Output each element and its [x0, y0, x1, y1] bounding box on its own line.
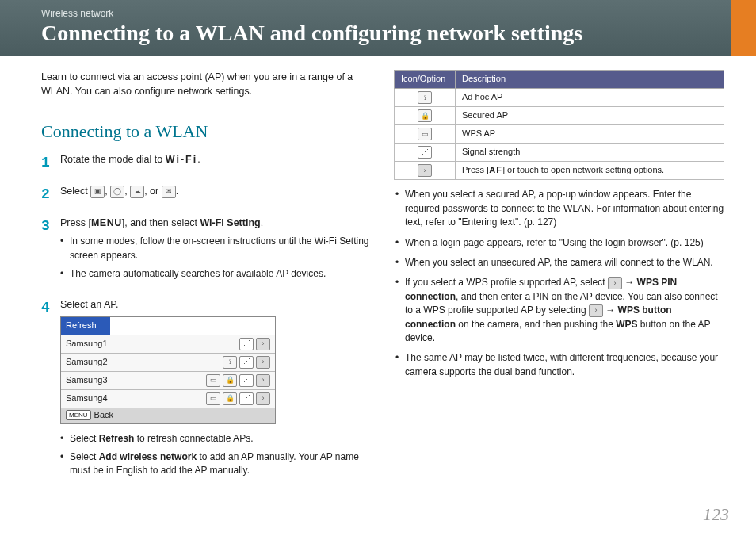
signal-icon: ⋰: [239, 356, 254, 369]
sub-bullet: Select Refresh to refresh connectable AP…: [70, 432, 372, 446]
note: When you select a secured AP, a pop-up w…: [405, 188, 724, 229]
chevron-right-icon: ›: [256, 338, 270, 350]
step-4: 4 Select an AP. Refresh Samsung1 ⋰› Sams…: [41, 297, 372, 483]
wps-icon: ▭: [206, 374, 220, 387]
ap-row: Samsung2 ⟟⋰›: [61, 353, 275, 371]
ap-row: Samsung4 ▭🔒⋰›: [61, 389, 275, 408]
sub-bullet: Select Add wireless network to add an AP…: [70, 450, 372, 478]
notes-list: When you select a secured AP, a pop-up w…: [394, 188, 724, 379]
cell: Secured AP: [456, 107, 724, 125]
section-heading: Connecting to a WLAN: [41, 119, 372, 144]
right-column: Icon/Option Description ⟟Ad hoc AP 🔒Secu…: [394, 70, 724, 494]
wps-icon: ▭: [418, 128, 432, 140]
chevron-right-icon: ›: [589, 304, 603, 317]
app-icon-4: ✉: [162, 186, 176, 198]
section-tab: [731, 0, 756, 56]
chevron-right-icon: ›: [256, 392, 270, 405]
ap-back-bar: MENU Back: [61, 408, 275, 423]
wifi-label: Wi-Fi: [166, 154, 197, 165]
cell: Signal strength: [456, 144, 724, 162]
step-number: 2: [41, 184, 52, 205]
wps-icon: ▭: [206, 392, 220, 405]
app-icon-2: ◯: [110, 186, 124, 198]
step-3: 3 Press [MENU], and then select Wi-Fi Se…: [41, 216, 372, 285]
signal-icon: ⋰: [239, 338, 254, 350]
ap-row: Samsung3 ▭🔒⋰›: [61, 371, 275, 389]
intro-text: Learn to connect via an access point (AP…: [41, 70, 372, 98]
signal-icon: ⋰: [239, 392, 254, 405]
note: When a login page appears, refer to "Usi…: [405, 236, 724, 250]
cell: WPS AP: [456, 125, 724, 144]
note: If you select a WPS profile supported AP…: [405, 276, 724, 345]
ap-row: Samsung1 ⋰›: [61, 335, 275, 353]
signal-icon: ⋰: [239, 374, 254, 387]
step-number: 4: [41, 297, 52, 483]
ap-refresh-button: Refresh: [61, 317, 110, 335]
af-label: AF: [489, 165, 502, 174]
step-text: Select: [60, 186, 90, 197]
app-icon-1: ▣: [90, 186, 105, 198]
th-desc: Description: [456, 71, 724, 89]
chevron-right-icon: ›: [418, 164, 432, 177]
chevron-right-icon: ›: [608, 277, 622, 289]
adhoc-icon: ⟟: [223, 356, 237, 369]
step-text: Select an AP.: [60, 299, 118, 310]
lock-icon: 🔒: [223, 392, 237, 405]
lock-icon: 🔒: [223, 374, 237, 387]
menu-label: MENU: [91, 217, 122, 228]
chevron-right-icon: ›: [256, 374, 270, 387]
step-1: 1 Rotate the mode dial to Wi-Fi.: [41, 152, 372, 173]
breadcrumb: Wireless network: [41, 8, 724, 19]
step-text: Rotate the mode dial to: [60, 154, 166, 165]
sub-bullet: In some modes, follow the on-screen inst…: [70, 235, 372, 262]
ap-list-screenshot: Refresh Samsung1 ⋰› Samsung2 ⟟⋰› Samsung…: [60, 316, 276, 424]
step-2: 2 Select ▣, ◯, ☁, or ✉.: [41, 184, 372, 205]
th-icon: Icon/Option: [395, 71, 456, 89]
app-icon-3: ☁: [130, 186, 144, 198]
signal-icon: ⋰: [418, 146, 432, 159]
page-header: Wireless network Connecting to a WLAN an…: [0, 0, 756, 56]
left-column: Learn to connect via an access point (AP…: [41, 70, 372, 494]
note: The same AP may be listed twice, with di…: [405, 351, 724, 379]
chevron-right-icon: ›: [256, 356, 270, 369]
page-title: Connecting to a WLAN and configuring net…: [41, 21, 724, 46]
note: When you select an unsecured AP, the cam…: [405, 256, 724, 270]
menu-pill: MENU: [66, 410, 91, 421]
lock-icon: 🔒: [418, 109, 432, 122]
icon-table: Icon/Option Description ⟟Ad hoc AP 🔒Secu…: [394, 70, 724, 180]
sub-bullet: The camera automatically searches for av…: [70, 267, 372, 281]
step-number: 3: [41, 216, 52, 285]
step-number: 1: [41, 152, 52, 173]
adhoc-icon: ⟟: [418, 91, 432, 104]
page-number: 123: [703, 504, 729, 525]
cell: Ad hoc AP: [456, 88, 724, 106]
cell: Press [AF] or touch to open network sett…: [456, 162, 724, 180]
